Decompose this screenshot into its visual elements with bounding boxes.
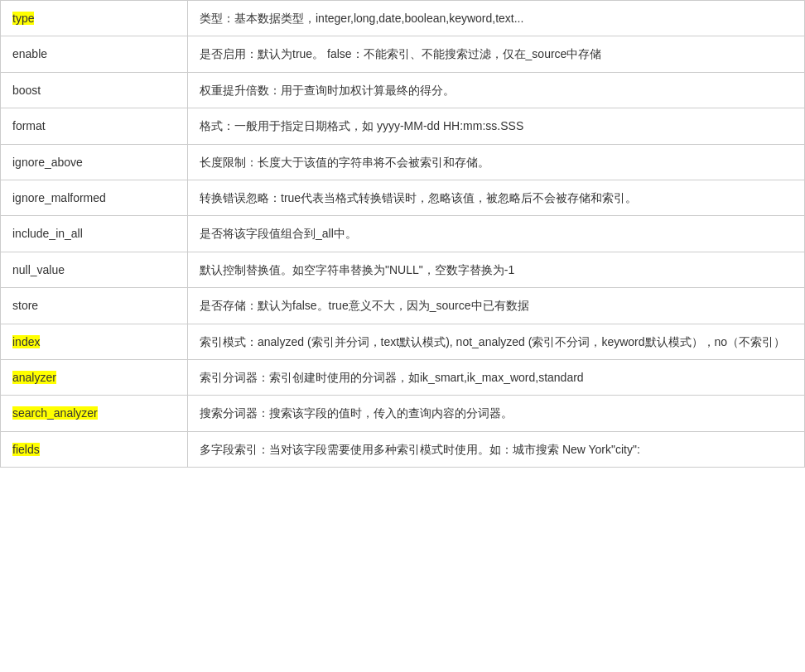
value-cell-store: 是否存储：默认为false。true意义不大，因为_source中已有数据 [188,288,805,324]
key-cell-ignore_above: ignore_above [1,144,188,180]
value-cell-analyzer: 索引分词器：索引创建时使用的分词器，如ik_smart,ik_max_word,… [188,359,805,395]
key-cell-fields: fields [1,431,188,467]
highlighted-key: fields [12,443,40,456]
key-cell-search_analyzer: search_analyzer [1,396,188,431]
key-cell-ignore_malformed: ignore_malformed [1,180,188,215]
value-cell-type: 类型：基本数据类型，integer,long,date,boolean,keyw… [188,1,805,36]
value-cell-boost: 权重提升倍数：用于查询时加权计算最终的得分。 [188,72,805,108]
value-cell-enable: 是否启用：默认为true。 false：不能索引、不能搜索过滤，仅在_sourc… [188,36,805,72]
key-cell-store: store [1,288,188,324]
key-cell-index: index [1,324,188,359]
value-cell-null_value: 默认控制替换值。如空字符串替换为"NULL"，空数字替换为-1 [188,252,805,287]
value-cell-include_in_all: 是否将该字段值组合到_all中。 [188,216,805,252]
reference-table: type类型：基本数据类型，integer,long,date,boolean,… [0,0,805,468]
key-cell-include_in_all: include_in_all [1,216,188,252]
value-cell-index: 索引模式：analyzed (索引并分词，text默认模式), not_anal… [188,324,805,359]
key-cell-enable: enable [1,36,188,72]
value-cell-ignore_malformed: 转换错误忽略：true代表当格式转换错误时，忽略该值，被忽略后不会被存储和索引。 [188,180,805,215]
value-cell-ignore_above: 长度限制：长度大于该值的字符串将不会被索引和存储。 [188,144,805,180]
highlighted-key: search_analyzer [12,406,98,420]
key-cell-format: format [1,108,188,144]
highlighted-key: analyzer [12,371,56,384]
value-cell-format: 格式：一般用于指定日期格式，如 yyyy-MM-dd HH:mm:ss.SSS [188,108,805,144]
highlighted-key: type [12,12,34,25]
key-cell-type: type [1,1,188,36]
key-cell-analyzer: analyzer [1,359,188,395]
value-cell-search_analyzer: 搜索分词器：搜索该字段的值时，传入的查询内容的分词器。 [188,396,805,431]
key-cell-null_value: null_value [1,252,188,287]
value-cell-fields: 多字段索引：当对该字段需要使用多种索引模式时使用。如：城市搜索 New York… [188,431,805,467]
key-cell-boost: boost [1,72,188,108]
highlighted-key: index [12,335,40,348]
